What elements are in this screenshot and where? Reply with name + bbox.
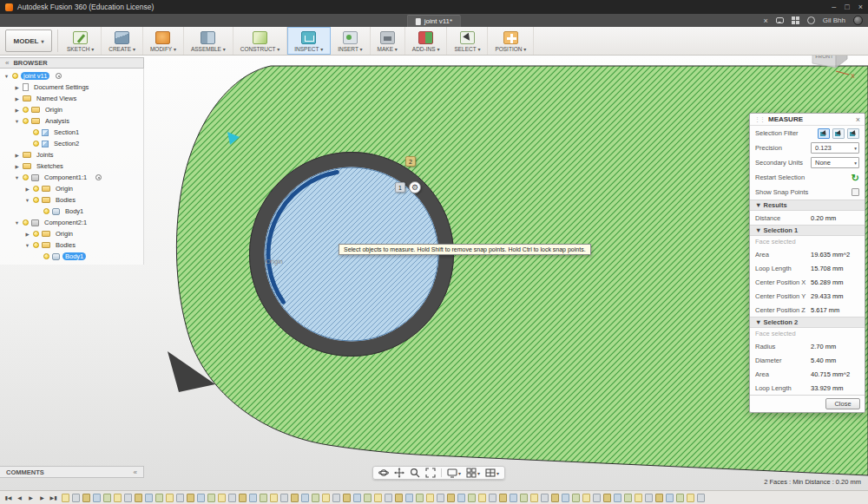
browser-item-9-component1-1[interactable]: ▼Component1:1 xyxy=(0,172,143,183)
timeline-feature-icon[interactable] xyxy=(614,494,621,502)
timeline-feature-icon[interactable] xyxy=(239,494,247,502)
close-icon[interactable]: × xyxy=(858,3,863,11)
timeline-feature-icon[interactable] xyxy=(645,494,653,502)
bulb-icon[interactable] xyxy=(43,253,49,259)
toolbar-group-inspect[interactable]: INSPECT ▾ xyxy=(287,27,331,55)
bulb-icon[interactable] xyxy=(23,107,29,113)
expand-arrow-icon[interactable]: ▼ xyxy=(14,220,20,226)
timeline-feature-icon[interactable] xyxy=(541,494,549,502)
precision-select[interactable]: 0.123 ▾ xyxy=(811,142,859,154)
bulb-icon[interactable] xyxy=(23,118,29,124)
browser-item-8-sketches[interactable]: ▶Sketches xyxy=(0,160,143,172)
activate-radio-icon[interactable] xyxy=(56,73,62,79)
timeline-feature-icon[interactable] xyxy=(416,494,424,502)
expand-arrow-icon[interactable]: ▶ xyxy=(14,96,20,101)
expand-comments-icon[interactable]: « xyxy=(134,468,137,476)
timeline-feature-icon[interactable] xyxy=(676,494,684,502)
expand-arrow-icon[interactable]: ▼ xyxy=(14,175,20,180)
timeline-feature-icon[interactable] xyxy=(364,494,372,502)
comment-icon[interactable] xyxy=(776,17,784,23)
step-forward-icon[interactable]: ▶ xyxy=(37,493,47,502)
timeline-feature-icon[interactable] xyxy=(603,494,611,502)
zoom-icon[interactable] xyxy=(408,467,422,479)
timeline-feature-icon[interactable] xyxy=(405,494,413,502)
expand-arrow-icon[interactable]: ▼ xyxy=(3,74,10,79)
timeline-feature-icon[interactable] xyxy=(124,494,132,502)
expand-arrow-icon[interactable]: ▶ xyxy=(14,164,20,169)
toolbar-group-insert[interactable]: INSERT ▾ xyxy=(331,27,370,55)
timeline-feature-icon[interactable] xyxy=(635,494,642,502)
fit-icon[interactable] xyxy=(424,467,437,479)
browser-item-12-body1[interactable]: Body1 xyxy=(0,206,143,217)
position-icon[interactable] xyxy=(503,31,518,44)
timeline-feature-icon[interactable] xyxy=(374,494,382,502)
timeline-feature-icon[interactable] xyxy=(207,494,215,502)
expand-arrow-icon[interactable]: ▶ xyxy=(24,232,30,237)
secondary-units-select[interactable]: None ▾ xyxy=(811,157,859,168)
toolbar-group-select[interactable]: SELECT ▾ xyxy=(447,27,488,55)
browser-item-3-origin[interactable]: ▶Origin xyxy=(0,104,143,115)
browser-item-16-body1[interactable]: Body1 xyxy=(0,251,143,262)
timeline-feature-icon[interactable] xyxy=(510,494,517,502)
toolbar-group-construct[interactable]: CONSTRUCT ▾ xyxy=(233,27,288,55)
timeline-feature-icon[interactable] xyxy=(468,494,476,502)
expand-arrow-icon[interactable]: ▶ xyxy=(14,85,20,90)
maximize-icon[interactable]: □ xyxy=(845,3,849,11)
bulb-icon[interactable] xyxy=(33,242,39,248)
timeline-feature-icon[interactable] xyxy=(228,494,236,502)
timeline-feature-icon[interactable] xyxy=(343,494,351,502)
orbit-icon[interactable] xyxy=(377,467,391,479)
timeline-feature-icon[interactable] xyxy=(166,494,174,502)
browser-header[interactable]: « BROWSER xyxy=(0,57,144,69)
expand-arrow-icon[interactable]: ▼ xyxy=(24,243,30,248)
timeline-feature-icon[interactable] xyxy=(666,494,674,502)
bulb-icon[interactable] xyxy=(23,219,29,226)
timeline-feature-icon[interactable] xyxy=(187,494,194,502)
addins-icon[interactable] xyxy=(418,31,433,44)
browser-item-14-origin[interactable]: ▶Origin xyxy=(0,228,143,239)
make-icon[interactable] xyxy=(380,31,395,44)
timeline-feature-icon[interactable] xyxy=(353,494,361,502)
browser-item-5-section1[interactable]: Section1 xyxy=(0,127,143,138)
timeline-feature-icon[interactable] xyxy=(655,494,663,502)
browser-item-7-joints[interactable]: ▶Joints xyxy=(0,149,143,160)
timeline-feature-icon[interactable] xyxy=(218,494,226,502)
timeline-feature-icon[interactable] xyxy=(624,494,632,502)
browser-item-4-analysis[interactable]: ▼Analysis xyxy=(0,115,143,127)
collapse-panel-icon[interactable]: « xyxy=(5,59,9,67)
bulb-icon[interactable] xyxy=(33,129,39,135)
timeline-feature-icon[interactable] xyxy=(62,494,69,502)
timeline-feature-icon[interactable] xyxy=(249,494,257,502)
user-avatar[interactable] xyxy=(853,16,863,25)
play-icon[interactable]: ▶ xyxy=(26,493,36,502)
user-name[interactable]: Gil Bhh xyxy=(823,16,845,24)
timeline-feature-icon[interactable] xyxy=(145,494,153,502)
timeline-feature-icon[interactable] xyxy=(499,494,507,502)
go-to-end-icon[interactable]: ▶▮ xyxy=(49,493,58,502)
expand-arrow-icon[interactable]: ▶ xyxy=(24,187,30,192)
minimize-icon[interactable]: – xyxy=(832,3,836,11)
browser-item-13-component2-1[interactable]: ▼Component2:1 xyxy=(0,217,143,228)
bulb-icon[interactable] xyxy=(33,186,39,192)
timeline-feature-icon[interactable] xyxy=(72,494,80,502)
timeline-feature-icon[interactable] xyxy=(385,494,392,502)
measure-dialog-header[interactable]: ⋮⋮ MEASURE × xyxy=(750,114,865,126)
show-snap-points-checkbox[interactable] xyxy=(852,188,859,196)
inspect-icon[interactable] xyxy=(301,31,316,44)
viewports-icon[interactable]: ▾ xyxy=(483,467,501,479)
timeline-feature-icon[interactable] xyxy=(395,494,403,502)
bulb-icon[interactable] xyxy=(33,197,39,203)
timeline-feature-icon[interactable] xyxy=(530,494,538,502)
timeline-feature-icon[interactable] xyxy=(291,494,299,502)
timeline-feature-icon[interactable] xyxy=(197,494,205,502)
browser-item-0-joint-v11[interactable]: ▼joint v11 xyxy=(0,70,143,82)
browser-item-11-bodies[interactable]: ▼Bodies xyxy=(0,194,143,206)
timeline-feature-icon[interactable] xyxy=(260,494,267,502)
timeline-feature-icon[interactable] xyxy=(93,494,101,502)
timeline-feature-icon[interactable] xyxy=(426,494,434,502)
toolbar-group-assemble[interactable]: ASSEMBLE ▾ xyxy=(184,27,233,55)
insert-icon[interactable] xyxy=(343,31,358,44)
timeline-feature-icon[interactable] xyxy=(687,494,694,502)
measure-section-header[interactable]: ▼ Selection 1 xyxy=(750,225,865,236)
bulb-icon[interactable] xyxy=(43,208,49,214)
